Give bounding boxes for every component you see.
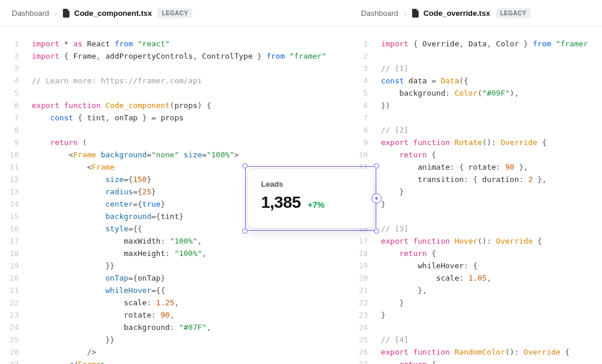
- code-content[interactable]: const { tint, onTap } = props: [32, 112, 349, 124]
- code-content[interactable]: export function Hover(): Override {: [381, 235, 602, 247]
- code-line[interactable]: 10 <Frame background="none" size="100%">: [0, 149, 349, 161]
- code-content[interactable]: export function Code_component(props) {: [32, 99, 349, 112]
- breadcrumb-root[interactable]: Dashboard: [12, 9, 49, 18]
- code-content[interactable]: rotate: 90,: [32, 309, 349, 321]
- code-content[interactable]: export function RandomColor(): Override …: [381, 346, 602, 358]
- code-line[interactable]: 2: [349, 50, 602, 62]
- resize-handle-tr[interactable]: [374, 163, 379, 168]
- code-line[interactable]: 26export function RandomColor(): Overrid…: [349, 346, 602, 358]
- code-line[interactable]: 24 background: "#07F",: [0, 321, 349, 333]
- code-content[interactable]: },: [381, 284, 602, 296]
- code-content[interactable]: // [3]: [381, 223, 602, 235]
- code-line[interactable]: 23 rotate: 90,: [0, 309, 349, 321]
- code-line[interactable]: 1import { Override, Data, Color } from "…: [349, 38, 602, 50]
- code-content[interactable]: // [4]: [381, 333, 602, 346]
- code-content[interactable]: }: [381, 296, 602, 309]
- code-line[interactable]: 8// [2]: [349, 124, 602, 136]
- code-content[interactable]: [32, 87, 349, 99]
- code-content[interactable]: // [2]: [381, 124, 602, 136]
- code-line[interactable]: 17export function Hover(): Override {: [349, 235, 602, 247]
- code-line[interactable]: 15: [349, 210, 602, 223]
- code-line[interactable]: 6export function Code_component(props) {: [0, 99, 349, 112]
- code-content[interactable]: scale: 1.25,: [32, 296, 349, 309]
- code-content[interactable]: }: [381, 309, 602, 321]
- code-line[interactable]: 20 scale: 1.05,: [349, 272, 602, 284]
- code-content[interactable]: return {: [381, 358, 602, 364]
- code-line[interactable]: 13 }: [349, 186, 602, 198]
- code-line[interactable]: 26 />: [0, 346, 349, 358]
- code-content[interactable]: import { Override, Data, Color } from "f…: [381, 38, 602, 50]
- code-line[interactable]: 12 transition: { duration: 2 },: [349, 173, 602, 186]
- code-content[interactable]: import * as React from "react": [32, 38, 349, 50]
- code-content[interactable]: />: [32, 346, 349, 358]
- code-content[interactable]: const data = Data({: [381, 75, 602, 87]
- code-content[interactable]: import { Frame, addPropertyControls, Con…: [32, 50, 349, 62]
- code-content[interactable]: [381, 210, 602, 223]
- code-line[interactable]: 20 onTap={onTap}: [0, 272, 349, 284]
- selection-frame[interactable]: Leads 1,385 +7%: [245, 166, 376, 231]
- code-line[interactable]: 5 background: Color("#09F"),: [349, 87, 602, 99]
- code-content[interactable]: [381, 112, 602, 124]
- code-content[interactable]: maxHeight: "100%",: [32, 247, 349, 259]
- code-line[interactable]: 18 maxHeight: "100%",: [0, 247, 349, 259]
- code-content[interactable]: // Learn more: https://framer.com/api: [32, 75, 349, 87]
- code-content[interactable]: }}: [32, 333, 349, 346]
- code-line[interactable]: 25 }}: [0, 333, 349, 346]
- code-line[interactable]: 21 whileHover={{: [0, 284, 349, 296]
- code-content[interactable]: [381, 321, 602, 333]
- code-content[interactable]: return (: [32, 136, 349, 149]
- code-line[interactable]: 27 return {: [349, 358, 602, 364]
- breadcrumb-root[interactable]: Dashboard: [361, 9, 399, 18]
- resize-handle-tl[interactable]: [242, 163, 248, 168]
- code-content[interactable]: // [1]: [381, 62, 602, 75]
- code-content[interactable]: background: Color("#09F"),: [381, 87, 602, 99]
- code-line[interactable]: 10 return {: [349, 149, 602, 161]
- code-line[interactable]: 4// Learn more: https://framer.com/api: [0, 75, 349, 87]
- code-line[interactable]: 18 return {: [349, 247, 602, 259]
- code-line[interactable]: 9 return (: [0, 136, 349, 149]
- code-line[interactable]: 22 scale: 1.25,: [0, 296, 349, 309]
- code-content[interactable]: whileHover: {: [381, 259, 602, 272]
- code-content[interactable]: <Frame background="none" size="100%">: [32, 149, 349, 161]
- code-line[interactable]: 22 }: [349, 296, 602, 309]
- code-line[interactable]: 25// [4]: [349, 333, 602, 346]
- code-line[interactable]: 4const data = Data({: [349, 75, 602, 87]
- code-content[interactable]: whileHover={{: [32, 284, 349, 296]
- code-line[interactable]: 11 animate: { rotate: 90 },: [349, 161, 602, 173]
- code-content[interactable]: }}: [32, 259, 349, 272]
- code-content[interactable]: [32, 62, 349, 75]
- code-content[interactable]: [32, 124, 349, 136]
- code-content[interactable]: return {: [381, 247, 602, 259]
- code-line[interactable]: 19 }}: [0, 259, 349, 272]
- code-content[interactable]: [381, 50, 602, 62]
- code-line[interactable]: 24: [349, 321, 602, 333]
- code-line[interactable]: 17 maxWidth: "100%",: [0, 235, 349, 247]
- code-line[interactable]: 7 const { tint, onTap } = props: [0, 112, 349, 124]
- code-content[interactable]: </Frame>: [32, 358, 349, 364]
- lightning-icon[interactable]: [372, 194, 382, 204]
- code-content[interactable]: transition: { duration: 2 },: [381, 173, 602, 186]
- code-content[interactable]: animate: { rotate: 90 },: [381, 161, 602, 173]
- code-line[interactable]: 6}): [349, 99, 602, 112]
- breadcrumb-file[interactable]: Code_override.tsx: [412, 9, 490, 18]
- code-content[interactable]: return {: [381, 149, 602, 161]
- code-content[interactable]: onTap={onTap}: [32, 272, 349, 284]
- code-content[interactable]: maxWidth: "100%",: [32, 235, 349, 247]
- code-line[interactable]: 1import * as React from "react": [0, 38, 349, 50]
- resize-handle-bl[interactable]: [242, 228, 248, 234]
- code-content[interactable]: scale: 1.05,: [381, 272, 602, 284]
- code-editor-right[interactable]: 1import { Override, Data, Color } from "…: [349, 27, 602, 364]
- breadcrumb-file[interactable]: Code_component.tsx: [63, 9, 152, 18]
- code-line[interactable]: 14}: [349, 198, 602, 210]
- code-content[interactable]: }: [381, 186, 602, 198]
- resize-handle-br[interactable]: [374, 228, 379, 234]
- code-line[interactable]: 8: [0, 124, 349, 136]
- code-line[interactable]: 27 </Frame>: [0, 358, 349, 364]
- code-content[interactable]: export function Rotate(): Override {: [381, 136, 602, 149]
- code-content[interactable]: background: "#07F",: [32, 321, 349, 333]
- code-line[interactable]: 16// [3]: [349, 223, 602, 235]
- code-line[interactable]: 2import { Frame, addPropertyControls, Co…: [0, 50, 349, 62]
- code-line[interactable]: 3: [0, 62, 349, 75]
- code-line[interactable]: 7: [349, 112, 602, 124]
- code-line[interactable]: 5: [0, 87, 349, 99]
